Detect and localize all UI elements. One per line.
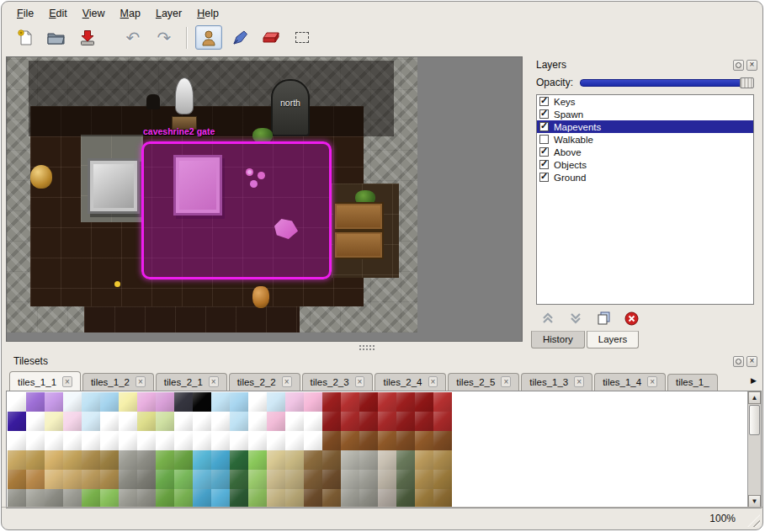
float-panel-button[interactable]	[733, 60, 744, 71]
tileset-tile[interactable]	[433, 431, 452, 450]
fill-tool-button[interactable]	[226, 25, 253, 50]
tileset-tile[interactable]	[211, 392, 230, 412]
tileset-tile[interactable]	[341, 470, 359, 489]
tileset-tile[interactable]	[193, 431, 211, 450]
save-map-button[interactable]	[74, 25, 101, 50]
tileset-tile[interactable]	[248, 450, 267, 470]
tileset-tile[interactable]	[211, 431, 230, 450]
map-selection-rectangle[interactable]	[141, 141, 332, 279]
tileset-tile[interactable]	[433, 489, 452, 508]
tileset-tile[interactable]	[359, 431, 378, 450]
tileset-tile[interactable]	[285, 470, 304, 489]
open-map-button[interactable]	[43, 25, 70, 50]
tileset-tile[interactable]	[119, 489, 137, 508]
tileset-tile[interactable]	[26, 392, 45, 412]
tileset-tile[interactable]	[156, 450, 174, 470]
scroll-down-arrow[interactable]: ▼	[748, 495, 761, 508]
close-tab-icon[interactable]: ×	[209, 376, 219, 387]
layer-visibility-checkbox[interactable]	[539, 147, 549, 157]
tileset-tile[interactable]	[193, 392, 211, 412]
tileset-tile[interactable]	[174, 431, 193, 450]
tileset-tile[interactable]	[211, 470, 230, 489]
tileset-tile[interactable]	[304, 431, 322, 450]
tileset-tab-tiles_1_4[interactable]: tiles_1_4×	[594, 373, 666, 391]
tileset-tile[interactable]	[230, 450, 248, 470]
tileset-tile[interactable]	[267, 489, 285, 508]
tileset-tile[interactable]	[415, 431, 433, 450]
menu-map[interactable]: Map	[114, 6, 147, 21]
tileset-tile[interactable]	[119, 392, 137, 412]
tileset-tile[interactable]	[433, 392, 452, 412]
tileset-tile[interactable]	[82, 489, 100, 508]
float-panel-button[interactable]	[733, 356, 744, 367]
window-resize-grip[interactable]	[747, 514, 760, 527]
map-canvas[interactable]: north caveshrine2 gate	[7, 57, 417, 332]
tileset-tile[interactable]	[119, 450, 137, 470]
tileset-tile[interactable]	[359, 412, 378, 431]
tileset-tile[interactable]	[100, 470, 119, 489]
tileset-tab-tiles_1_1[interactable]: tiles_1_1×	[9, 371, 81, 391]
tileset-tile[interactable]	[285, 489, 304, 508]
tileset-tile[interactable]	[396, 470, 415, 489]
tileset-tile[interactable]	[304, 412, 322, 431]
tileset-tile[interactable]	[45, 470, 63, 489]
tileset-tile[interactable]	[63, 392, 82, 412]
tileset-tile[interactable]	[100, 412, 119, 431]
tileset-tile[interactable]	[248, 412, 267, 431]
tileset-tile[interactable]	[211, 450, 230, 470]
tileset-tile[interactable]	[267, 450, 285, 470]
select-tool-button[interactable]	[289, 25, 316, 50]
tileset-tile[interactable]	[285, 412, 304, 431]
duplicate-layer-button[interactable]	[596, 311, 611, 325]
tileset-tile[interactable]	[26, 431, 45, 450]
tileset-tile[interactable]	[322, 392, 341, 412]
tileset-tile[interactable]	[304, 470, 322, 489]
tab-history[interactable]: History	[531, 331, 585, 348]
layer-row-spawn[interactable]: Spawn	[537, 108, 753, 120]
menu-file[interactable]: File	[10, 6, 40, 21]
tileset-tile[interactable]	[248, 470, 267, 489]
tileset-tile[interactable]	[230, 470, 248, 489]
tileset-tile[interactable]	[8, 450, 26, 470]
tileset-tile[interactable]	[63, 470, 82, 489]
tileset-tile[interactable]	[137, 489, 156, 508]
tab-scroll-right-button[interactable]: ▶	[747, 373, 760, 388]
tileset-tile[interactable]	[8, 489, 26, 508]
tileset-tile[interactable]	[304, 489, 322, 508]
scrollbar-thumb[interactable]	[749, 405, 760, 435]
tileset-tile[interactable]	[63, 431, 82, 450]
tileset-tile[interactable]	[230, 431, 248, 450]
tileset-tile[interactable]	[378, 450, 396, 470]
layer-row-walkable[interactable]: Walkable	[537, 133, 753, 146]
tileset-tile[interactable]	[341, 489, 359, 508]
tileset-tile[interactable]	[211, 489, 230, 508]
tileset-tile[interactable]	[415, 450, 433, 470]
tileset-tile[interactable]	[119, 470, 137, 489]
tileset-scrollbar[interactable]: ▲ ▼	[747, 391, 761, 508]
close-tab-icon[interactable]: ×	[135, 376, 146, 387]
tileset-tile[interactable]	[82, 450, 100, 470]
tileset-tile[interactable]	[415, 489, 433, 508]
tileset-tile[interactable]	[45, 392, 63, 412]
close-tab-icon[interactable]: ×	[574, 376, 584, 387]
tileset-tile[interactable]	[396, 412, 415, 431]
tileset-tile[interactable]	[359, 470, 378, 489]
tileset-tile[interactable]	[193, 489, 211, 508]
tileset-tile[interactable]	[174, 489, 193, 508]
tileset-tile[interactable]	[396, 431, 415, 450]
tileset-tile[interactable]	[341, 431, 359, 450]
layer-row-above[interactable]: Above	[537, 146, 753, 158]
tileset-tile[interactable]	[82, 412, 100, 431]
tileset-tile[interactable]	[26, 450, 45, 470]
tileset-tile[interactable]	[137, 431, 156, 450]
tileset-tile[interactable]	[156, 489, 174, 508]
tileset-tile[interactable]	[119, 412, 137, 431]
tileset-tab-tiles_2_3[interactable]: tiles_2_3×	[302, 373, 374, 391]
eraser-tool-button[interactable]	[258, 25, 284, 50]
close-tab-icon[interactable]: ×	[647, 376, 657, 387]
tileset-tile[interactable]	[267, 470, 285, 489]
layer-row-keys[interactable]: Keys	[537, 95, 753, 108]
tileset-tile[interactable]	[45, 489, 63, 508]
tileset-tile[interactable]	[285, 392, 304, 412]
tileset-tile[interactable]	[174, 470, 193, 489]
